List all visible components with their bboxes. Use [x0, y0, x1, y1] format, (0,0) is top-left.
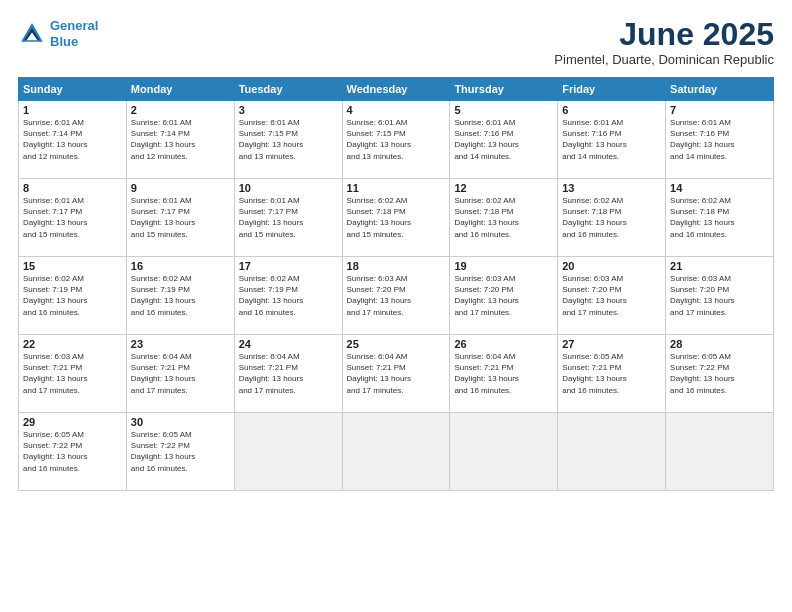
day-cell: 7Sunrise: 6:01 AM Sunset: 7:16 PM Daylig…: [666, 101, 774, 179]
day-info: Sunrise: 6:03 AM Sunset: 7:20 PM Dayligh…: [670, 273, 769, 318]
day-cell: [342, 413, 450, 491]
day-number: 12: [454, 182, 553, 194]
day-cell: 9Sunrise: 6:01 AM Sunset: 7:17 PM Daylig…: [126, 179, 234, 257]
day-info: Sunrise: 6:05 AM Sunset: 7:21 PM Dayligh…: [562, 351, 661, 396]
day-number: 8: [23, 182, 122, 194]
day-info: Sunrise: 6:02 AM Sunset: 7:18 PM Dayligh…: [670, 195, 769, 240]
day-cell: 30Sunrise: 6:05 AM Sunset: 7:22 PM Dayli…: [126, 413, 234, 491]
day-cell: 14Sunrise: 6:02 AM Sunset: 7:18 PM Dayli…: [666, 179, 774, 257]
day-cell: [558, 413, 666, 491]
day-info: Sunrise: 6:01 AM Sunset: 7:16 PM Dayligh…: [562, 117, 661, 162]
day-info: Sunrise: 6:01 AM Sunset: 7:17 PM Dayligh…: [23, 195, 122, 240]
day-cell: 3Sunrise: 6:01 AM Sunset: 7:15 PM Daylig…: [234, 101, 342, 179]
day-info: Sunrise: 6:01 AM Sunset: 7:16 PM Dayligh…: [454, 117, 553, 162]
day-cell: 1Sunrise: 6:01 AM Sunset: 7:14 PM Daylig…: [19, 101, 127, 179]
day-cell: 21Sunrise: 6:03 AM Sunset: 7:20 PM Dayli…: [666, 257, 774, 335]
day-cell: 29Sunrise: 6:05 AM Sunset: 7:22 PM Dayli…: [19, 413, 127, 491]
title-block: June 2025 Pimentel, Duarte, Dominican Re…: [554, 18, 774, 67]
day-info: Sunrise: 6:04 AM Sunset: 7:21 PM Dayligh…: [347, 351, 446, 396]
logo-text: General Blue: [50, 18, 98, 49]
day-cell: 27Sunrise: 6:05 AM Sunset: 7:21 PM Dayli…: [558, 335, 666, 413]
calendar-table: SundayMondayTuesdayWednesdayThursdayFrid…: [18, 77, 774, 491]
day-info: Sunrise: 6:02 AM Sunset: 7:18 PM Dayligh…: [562, 195, 661, 240]
day-info: Sunrise: 6:01 AM Sunset: 7:17 PM Dayligh…: [239, 195, 338, 240]
day-header-friday: Friday: [558, 78, 666, 101]
day-number: 1: [23, 104, 122, 116]
day-header-thursday: Thursday: [450, 78, 558, 101]
day-header-tuesday: Tuesday: [234, 78, 342, 101]
day-info: Sunrise: 6:03 AM Sunset: 7:20 PM Dayligh…: [454, 273, 553, 318]
page: General Blue June 2025 Pimentel, Duarte,…: [0, 0, 792, 612]
day-number: 25: [347, 338, 446, 350]
day-header-wednesday: Wednesday: [342, 78, 450, 101]
day-number: 16: [131, 260, 230, 272]
day-number: 7: [670, 104, 769, 116]
week-row-3: 15Sunrise: 6:02 AM Sunset: 7:19 PM Dayli…: [19, 257, 774, 335]
day-cell: 4Sunrise: 6:01 AM Sunset: 7:15 PM Daylig…: [342, 101, 450, 179]
day-info: Sunrise: 6:02 AM Sunset: 7:18 PM Dayligh…: [347, 195, 446, 240]
month-title: June 2025: [554, 18, 774, 50]
day-number: 2: [131, 104, 230, 116]
day-cell: 18Sunrise: 6:03 AM Sunset: 7:20 PM Dayli…: [342, 257, 450, 335]
logo-line2: Blue: [50, 34, 78, 49]
header: General Blue June 2025 Pimentel, Duarte,…: [18, 18, 774, 67]
day-cell: 12Sunrise: 6:02 AM Sunset: 7:18 PM Dayli…: [450, 179, 558, 257]
week-row-5: 29Sunrise: 6:05 AM Sunset: 7:22 PM Dayli…: [19, 413, 774, 491]
day-info: Sunrise: 6:04 AM Sunset: 7:21 PM Dayligh…: [239, 351, 338, 396]
day-number: 5: [454, 104, 553, 116]
day-number: 19: [454, 260, 553, 272]
day-info: Sunrise: 6:04 AM Sunset: 7:21 PM Dayligh…: [454, 351, 553, 396]
day-cell: 26Sunrise: 6:04 AM Sunset: 7:21 PM Dayli…: [450, 335, 558, 413]
day-number: 29: [23, 416, 122, 428]
subtitle: Pimentel, Duarte, Dominican Republic: [554, 52, 774, 67]
day-cell: 24Sunrise: 6:04 AM Sunset: 7:21 PM Dayli…: [234, 335, 342, 413]
day-cell: 23Sunrise: 6:04 AM Sunset: 7:21 PM Dayli…: [126, 335, 234, 413]
day-info: Sunrise: 6:01 AM Sunset: 7:16 PM Dayligh…: [670, 117, 769, 162]
day-number: 6: [562, 104, 661, 116]
day-number: 17: [239, 260, 338, 272]
day-info: Sunrise: 6:05 AM Sunset: 7:22 PM Dayligh…: [131, 429, 230, 474]
day-number: 27: [562, 338, 661, 350]
day-number: 4: [347, 104, 446, 116]
day-cell: 13Sunrise: 6:02 AM Sunset: 7:18 PM Dayli…: [558, 179, 666, 257]
day-number: 21: [670, 260, 769, 272]
day-number: 15: [23, 260, 122, 272]
day-info: Sunrise: 6:01 AM Sunset: 7:15 PM Dayligh…: [347, 117, 446, 162]
day-info: Sunrise: 6:02 AM Sunset: 7:19 PM Dayligh…: [239, 273, 338, 318]
day-cell: 22Sunrise: 6:03 AM Sunset: 7:21 PM Dayli…: [19, 335, 127, 413]
day-number: 10: [239, 182, 338, 194]
logo-icon: [18, 20, 46, 48]
calendar-header-row: SundayMondayTuesdayWednesdayThursdayFrid…: [19, 78, 774, 101]
day-info: Sunrise: 6:03 AM Sunset: 7:20 PM Dayligh…: [562, 273, 661, 318]
day-cell: 28Sunrise: 6:05 AM Sunset: 7:22 PM Dayli…: [666, 335, 774, 413]
day-info: Sunrise: 6:02 AM Sunset: 7:18 PM Dayligh…: [454, 195, 553, 240]
day-number: 28: [670, 338, 769, 350]
logo: General Blue: [18, 18, 98, 49]
day-number: 24: [239, 338, 338, 350]
week-row-2: 8Sunrise: 6:01 AM Sunset: 7:17 PM Daylig…: [19, 179, 774, 257]
day-info: Sunrise: 6:02 AM Sunset: 7:19 PM Dayligh…: [131, 273, 230, 318]
day-cell: 25Sunrise: 6:04 AM Sunset: 7:21 PM Dayli…: [342, 335, 450, 413]
day-number: 23: [131, 338, 230, 350]
day-info: Sunrise: 6:05 AM Sunset: 7:22 PM Dayligh…: [670, 351, 769, 396]
day-cell: 11Sunrise: 6:02 AM Sunset: 7:18 PM Dayli…: [342, 179, 450, 257]
day-cell: 5Sunrise: 6:01 AM Sunset: 7:16 PM Daylig…: [450, 101, 558, 179]
day-info: Sunrise: 6:03 AM Sunset: 7:20 PM Dayligh…: [347, 273, 446, 318]
day-cell: 20Sunrise: 6:03 AM Sunset: 7:20 PM Dayli…: [558, 257, 666, 335]
logo-line1: General: [50, 18, 98, 33]
day-cell: 19Sunrise: 6:03 AM Sunset: 7:20 PM Dayli…: [450, 257, 558, 335]
day-number: 20: [562, 260, 661, 272]
day-number: 18: [347, 260, 446, 272]
day-cell: 17Sunrise: 6:02 AM Sunset: 7:19 PM Dayli…: [234, 257, 342, 335]
day-cell: [234, 413, 342, 491]
day-cell: [450, 413, 558, 491]
day-cell: 2Sunrise: 6:01 AM Sunset: 7:14 PM Daylig…: [126, 101, 234, 179]
day-header-sunday: Sunday: [19, 78, 127, 101]
day-header-monday: Monday: [126, 78, 234, 101]
day-number: 26: [454, 338, 553, 350]
day-info: Sunrise: 6:04 AM Sunset: 7:21 PM Dayligh…: [131, 351, 230, 396]
day-cell: [666, 413, 774, 491]
day-info: Sunrise: 6:05 AM Sunset: 7:22 PM Dayligh…: [23, 429, 122, 474]
day-info: Sunrise: 6:02 AM Sunset: 7:19 PM Dayligh…: [23, 273, 122, 318]
day-info: Sunrise: 6:01 AM Sunset: 7:15 PM Dayligh…: [239, 117, 338, 162]
